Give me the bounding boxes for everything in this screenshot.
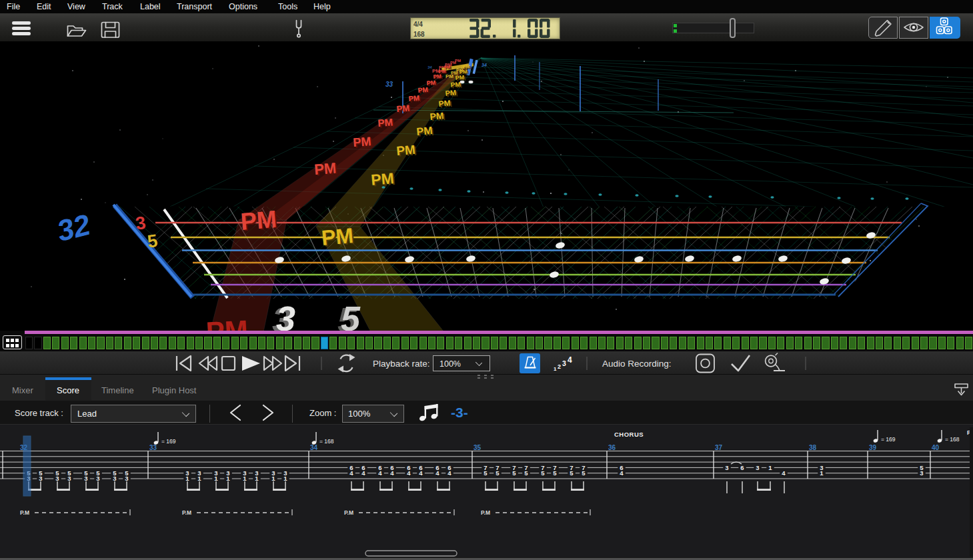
svg-text:5: 5 xyxy=(582,469,586,477)
svg-text:1: 1 xyxy=(820,469,824,477)
svg-text:PM: PM xyxy=(396,143,416,158)
svg-text:5: 5 xyxy=(146,231,159,252)
svg-text:PM: PM xyxy=(455,59,461,63)
svg-text:PM: PM xyxy=(370,169,395,189)
svg-text:34: 34 xyxy=(481,63,487,67)
svg-text:= 168: = 168 xyxy=(319,438,334,445)
svg-text:PM: PM xyxy=(353,135,372,149)
svg-text:= 168: = 168 xyxy=(945,436,960,443)
svg-text:3: 3 xyxy=(125,475,128,482)
svg-text:3: 3 xyxy=(276,299,295,331)
svg-text:3: 3 xyxy=(725,464,728,471)
svg-text:5: 5 xyxy=(541,469,545,477)
svg-text:4: 4 xyxy=(620,469,624,477)
svg-text:PM: PM xyxy=(429,110,444,122)
svg-text:= 169: = 169 xyxy=(881,436,896,443)
svg-text:5: 5 xyxy=(483,469,488,477)
svg-text:PM: PM xyxy=(445,89,456,97)
svg-text:4: 4 xyxy=(419,469,423,477)
svg-text:38: 38 xyxy=(809,444,817,451)
svg-text:33: 33 xyxy=(385,81,393,88)
svg-text:4/4: 4/4 xyxy=(413,21,423,28)
svg-text:PM: PM xyxy=(416,125,433,137)
svg-text:5: 5 xyxy=(524,469,528,477)
svg-text:5: 5 xyxy=(570,469,574,477)
svg-text:= 169: = 169 xyxy=(161,438,176,445)
svg-text:33: 33 xyxy=(149,444,157,451)
svg-text:3: 3 xyxy=(96,475,99,482)
svg-text:3: 3 xyxy=(756,464,759,471)
svg-text:PM: PM xyxy=(462,64,469,69)
svg-text:4: 4 xyxy=(782,469,786,477)
svg-text:PM: PM xyxy=(205,314,249,331)
svg-text:5: 5 xyxy=(341,299,361,331)
svg-text:Playback rate:: Playback rate: xyxy=(373,359,430,369)
svg-text:1: 1 xyxy=(243,475,247,482)
svg-text:PM: PM xyxy=(408,94,419,103)
svg-text:6: 6 xyxy=(740,464,744,471)
svg-text:4: 4 xyxy=(390,469,394,477)
svg-text:4: 4 xyxy=(378,469,382,477)
svg-text:PM: PM xyxy=(239,205,277,235)
svg-text:4: 4 xyxy=(447,469,451,477)
svg-text:1: 1 xyxy=(197,475,201,482)
svg-text:5: 5 xyxy=(496,469,500,477)
svg-text:3: 3 xyxy=(39,475,42,482)
svg-text:PM: PM xyxy=(320,223,354,250)
svg-text:1: 1 xyxy=(226,475,230,482)
svg-text:3: 3 xyxy=(84,475,87,482)
svg-text:PM: PM xyxy=(444,65,450,69)
svg-text:Audio Recording:: Audio Recording: xyxy=(602,359,672,369)
svg-text:PM: PM xyxy=(438,69,445,74)
svg-text:PM: PM xyxy=(438,98,451,109)
svg-text:2: 2 xyxy=(558,363,561,370)
svg-text:40: 40 xyxy=(932,444,940,451)
svg-text:5: 5 xyxy=(512,469,516,477)
svg-text:P.M: P.M xyxy=(481,509,490,516)
svg-text:PM: PM xyxy=(417,86,428,94)
svg-text:39: 39 xyxy=(869,444,877,451)
svg-text:P.M: P.M xyxy=(20,509,29,516)
svg-text:3: 3 xyxy=(562,359,566,367)
svg-text:3: 3 xyxy=(920,469,923,477)
svg-text:PM: PM xyxy=(313,159,337,178)
svg-text:1: 1 xyxy=(214,475,218,482)
svg-text:PM: PM xyxy=(377,116,393,129)
svg-text:4: 4 xyxy=(435,469,439,477)
svg-text:PM: PM xyxy=(396,103,410,114)
svg-text:P.M: P.M xyxy=(344,509,353,516)
svg-text:CHORUS: CHORUS xyxy=(614,431,644,438)
svg-text:4: 4 xyxy=(568,355,572,365)
svg-text:3: 3 xyxy=(113,475,116,482)
svg-text:168: 168 xyxy=(413,31,425,38)
svg-text:4: 4 xyxy=(349,469,353,477)
svg-text:3: 3 xyxy=(67,475,71,482)
svg-text:3: 3 xyxy=(55,475,59,482)
svg-text:1: 1 xyxy=(271,475,275,482)
svg-text:5: 5 xyxy=(553,469,557,477)
svg-text:36: 36 xyxy=(608,444,616,451)
svg-text:32: 32 xyxy=(54,208,94,248)
svg-text:4: 4 xyxy=(361,469,365,477)
svg-text:34: 34 xyxy=(310,444,318,451)
svg-text:1: 1 xyxy=(768,464,772,471)
svg-text:1: 1 xyxy=(283,475,287,482)
svg-text:37: 37 xyxy=(715,444,723,451)
svg-text:4: 4 xyxy=(407,469,411,477)
svg-text:P.M: P.M xyxy=(182,509,191,516)
svg-text:1: 1 xyxy=(554,366,557,372)
svg-text:1: 1 xyxy=(255,475,259,482)
svg-text:1: 1 xyxy=(185,475,189,482)
svg-text:35: 35 xyxy=(473,444,481,451)
